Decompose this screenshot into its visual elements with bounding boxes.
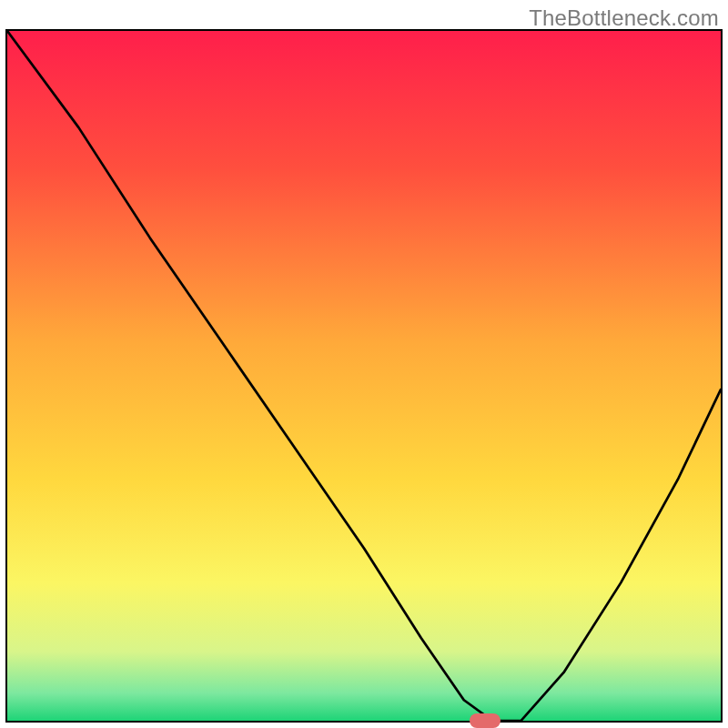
watermark-text: TheBottleneck.com — [529, 5, 719, 31]
bottleneck-curve — [7, 31, 721, 721]
chart-frame — [5, 29, 723, 723]
optimal-point-marker — [470, 713, 500, 728]
curve-path — [7, 31, 721, 721]
